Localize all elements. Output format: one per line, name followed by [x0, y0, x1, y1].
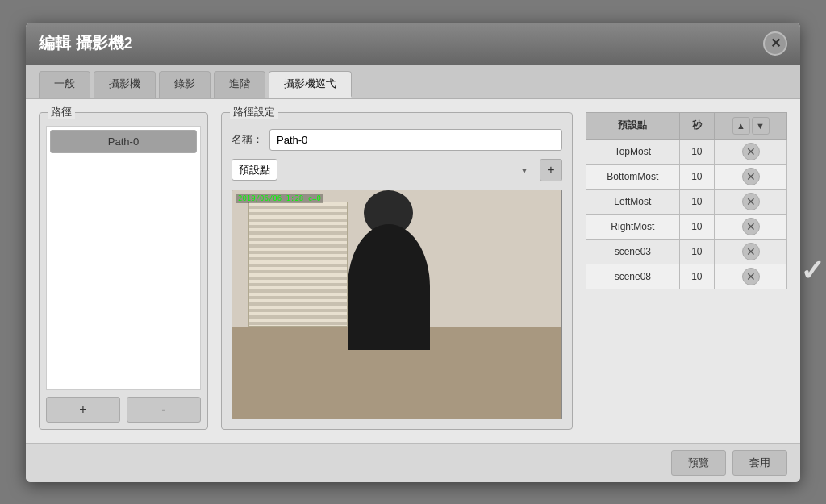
path-settings-panel: 路徑設定 名稱： 預設點 +	[221, 112, 573, 430]
preview-button[interactable]: 預覽	[671, 450, 726, 476]
table-row: scene03 10 ✕	[586, 239, 787, 264]
move-down-header-icon: ▼	[752, 117, 770, 135]
dialog: 編輯 攝影機2 ✕ 一般 攝影機 錄影 進階 攝影機巡弋 路徑 Path-0 +…	[26, 23, 800, 482]
preset-del-cell: ✕	[715, 189, 787, 214]
preset-sec-cell: 10	[679, 264, 714, 289]
person-silhouette	[348, 224, 430, 350]
col-sec-header: 秒	[679, 112, 714, 139]
name-input[interactable]	[269, 129, 562, 151]
preset-name-cell: scene08	[586, 264, 680, 289]
table-row: RightMost 10 ✕	[586, 214, 787, 239]
path-buttons: + -	[46, 397, 201, 423]
tab-recording[interactable]: 錄影	[159, 71, 211, 98]
preset-dropdown-wrapper: 預設點	[232, 159, 535, 181]
name-row: 名稱：	[232, 129, 562, 151]
preset-table-panel: 預設點 秒 ▲ ▼ TopMost 10	[586, 112, 787, 430]
delete-preset-button[interactable]: ✕	[742, 218, 760, 235]
col-preset-header: 預設點	[586, 112, 680, 139]
check-icon: ✓	[800, 254, 824, 288]
room-scene: 2019/06/06_1:28 c=0	[232, 190, 561, 419]
move-up-header-icon: ▲	[732, 117, 750, 135]
camera-preview: 2019/06/06_1:28 c=0	[232, 190, 562, 419]
preset-del-cell: ✕	[715, 264, 787, 289]
preset-del-cell: ✕	[715, 139, 787, 164]
preset-del-cell: ✕	[715, 239, 787, 264]
add-preset-button[interactable]: +	[540, 159, 562, 181]
preset-del-cell: ✕	[715, 214, 787, 239]
col-updown-header: ▲ ▼	[715, 112, 787, 139]
delete-preset-button[interactable]: ✕	[742, 143, 760, 160]
table-row: LeftMost 10 ✕	[586, 189, 787, 214]
tab-patrol[interactable]: 攝影機巡弋	[269, 71, 352, 98]
preset-name-cell: scene03	[586, 239, 680, 264]
outer-wrapper: 編輯 攝影機2 ✕ 一般 攝影機 錄影 進階 攝影機巡弋 路徑 Path-0 +…	[0, 0, 826, 504]
table-row: BottomMost 10 ✕	[586, 164, 787, 189]
preset-name-cell: LeftMost	[586, 189, 680, 214]
preset-sec-cell: 10	[679, 189, 714, 214]
blinds	[248, 202, 347, 327]
dialog-body: 路徑 Path-0 + - 路徑設定 名稱：	[26, 99, 800, 443]
path-settings-label: 路徑設定	[230, 105, 278, 119]
table-row: TopMost 10 ✕	[586, 139, 787, 164]
tab-general[interactable]: 一般	[39, 71, 90, 98]
preset-name-cell: BottomMost	[586, 164, 680, 189]
preset-sec-cell: 10	[679, 139, 714, 164]
name-label: 名稱：	[232, 132, 263, 147]
path-panel-label: 路徑	[48, 105, 75, 119]
delete-preset-button[interactable]: ✕	[742, 268, 760, 285]
preset-sec-cell: 10	[679, 239, 714, 264]
bottom-actions: 預覽 套用	[26, 443, 800, 482]
preset-name-cell: RightMost	[586, 214, 680, 239]
table-row: scene08 10 ✕	[586, 264, 787, 289]
preset-dropdown-row: 預設點 +	[232, 159, 562, 181]
apply-button[interactable]: 套用	[732, 450, 787, 476]
titlebar: 編輯 攝影機2 ✕	[26, 23, 800, 65]
preset-name-cell: TopMost	[586, 139, 680, 164]
dialog-title: 編輯 攝影機2	[39, 32, 133, 54]
preset-sec-cell: 10	[679, 214, 714, 239]
preset-table: 預設點 秒 ▲ ▼ TopMost 10	[586, 112, 787, 289]
tab-camera[interactable]: 攝影機	[94, 71, 156, 98]
delete-preset-button[interactable]: ✕	[742, 193, 760, 210]
add-path-button[interactable]: +	[46, 397, 120, 423]
tabs-bar: 一般 攝影機 錄影 進階 攝影機巡弋	[26, 65, 800, 99]
path-panel: 路徑 Path-0 + -	[39, 112, 208, 430]
delete-preset-button[interactable]: ✕	[742, 243, 760, 260]
preset-sec-cell: 10	[679, 164, 714, 189]
close-button[interactable]: ✕	[763, 31, 787, 56]
delete-preset-button[interactable]: ✕	[742, 168, 760, 185]
tab-advanced[interactable]: 進階	[214, 71, 265, 98]
path-item[interactable]: Path-0	[50, 130, 197, 153]
preset-select[interactable]: 預設點	[232, 159, 277, 181]
remove-path-button[interactable]: -	[127, 397, 201, 423]
path-list: Path-0	[46, 126, 201, 390]
preset-del-cell: ✕	[715, 164, 787, 189]
cam-timestamp: 2019/06/06_1:28 c=0	[236, 194, 323, 203]
